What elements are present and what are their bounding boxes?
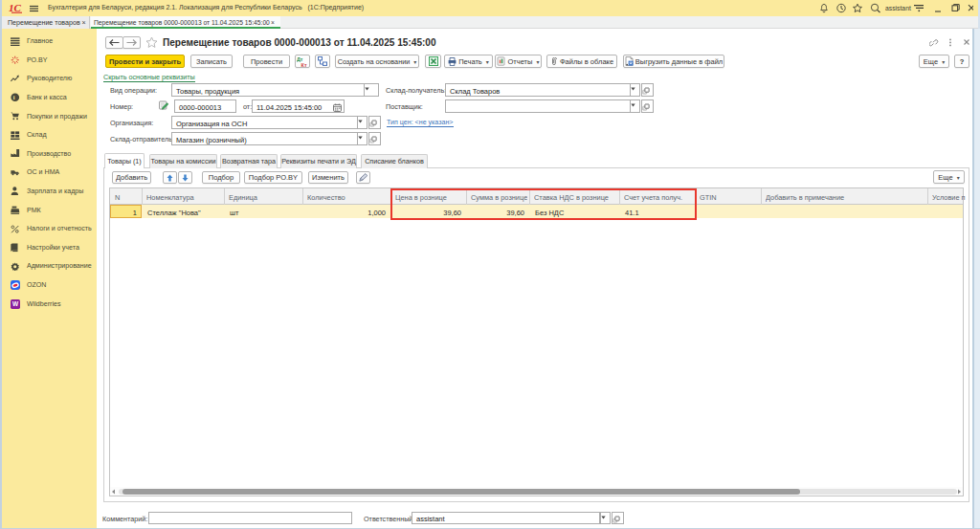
- svg-text:1С: 1С: [9, 3, 22, 13]
- svg-text:W: W: [12, 300, 19, 307]
- svg-text:assistant: assistant: [885, 5, 911, 11]
- svg-text:i: i: [13, 94, 15, 100]
- svg-text:Кт: Кт: [301, 61, 307, 66]
